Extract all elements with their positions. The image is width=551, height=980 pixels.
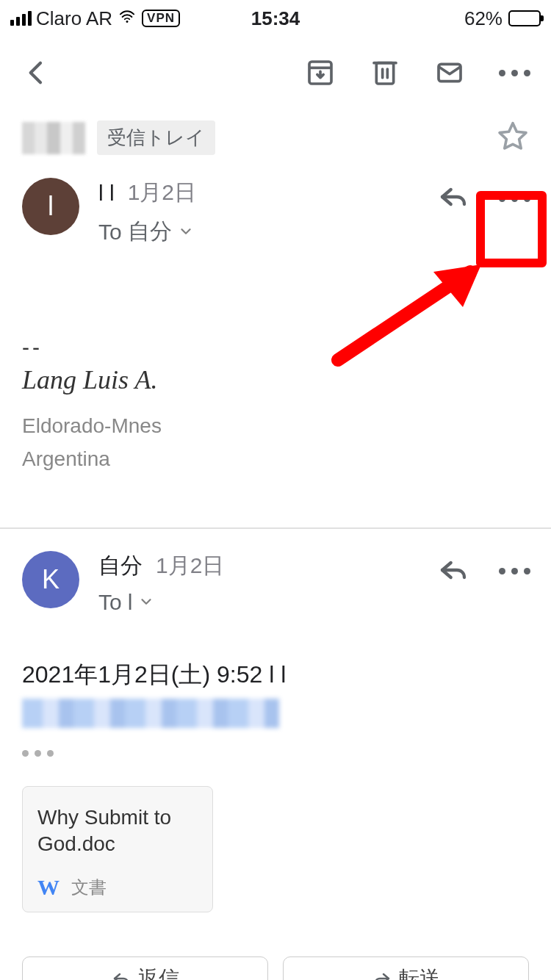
attachment-filename: Why Submit to God.doc: [37, 804, 198, 858]
cellular-signal-icon: [10, 11, 32, 26]
chevron-down-icon: [138, 590, 154, 615]
message-date: 1月2日: [156, 551, 224, 581]
recipient-toggle[interactable]: To l: [98, 590, 417, 615]
battery-icon: [505, 10, 541, 26]
delete-button[interactable]: [370, 58, 400, 87]
status-left: Claro AR VPN: [10, 7, 180, 30]
signature-name: Lang Luis A.: [22, 364, 529, 395]
sender-name[interactable]: l l: [98, 181, 115, 206]
vpn-badge: VPN: [142, 10, 180, 27]
subject-redacted: [22, 122, 85, 154]
carrier-label: Claro AR: [36, 7, 112, 30]
message-1-header: l l l 1月2日 To 自分: [0, 156, 551, 247]
sender-name[interactable]: 自分: [98, 551, 143, 581]
toolbar: [0, 32, 551, 113]
chevron-down-icon: [178, 220, 194, 245]
word-doc-icon: W: [37, 875, 60, 900]
quoted-email-redacted: [22, 699, 279, 728]
to-value: 自分: [128, 217, 172, 247]
attachment-type-label: 文書: [71, 876, 107, 899]
sender-avatar[interactable]: K: [22, 551, 79, 608]
message-date: 1月2日: [128, 178, 196, 208]
expand-quoted-button[interactable]: [22, 750, 529, 757]
inbox-label-chip[interactable]: 受信トレイ: [97, 120, 215, 155]
subject-row: 受信トレイ: [0, 113, 551, 156]
status-time: 15:34: [251, 7, 300, 30]
battery-percent: 62%: [464, 7, 503, 30]
attachment-card[interactable]: Why Submit to God.doc W 文書: [22, 786, 213, 913]
svg-point-0: [126, 20, 129, 22]
recipient-toggle[interactable]: To 自分: [98, 217, 417, 247]
forward-action-button[interactable]: 転送: [283, 956, 529, 980]
mark-unread-button[interactable]: [435, 58, 464, 87]
back-button[interactable]: [22, 58, 51, 87]
quoted-header-line: 2021年1月2日(土) 9:52 l l: [0, 659, 551, 691]
status-bar: Claro AR VPN 15:34 62%: [0, 0, 551, 32]
wifi-icon: [117, 7, 137, 30]
status-right: 62%: [464, 7, 541, 30]
bottom-actions: 返信 転送: [0, 912, 551, 980]
message-2-header: K 自分 1月2日 To l: [0, 529, 551, 615]
sender-avatar[interactable]: l: [22, 178, 79, 235]
message-more-button[interactable]: [500, 557, 529, 586]
annotation-highlight-box: [476, 191, 547, 267]
archive-button[interactable]: [306, 58, 335, 87]
to-value: l: [128, 590, 133, 615]
message-1-body: -- Lang Luis A. Eldorado-Mnes Argentina: [0, 247, 551, 498]
reply-button[interactable]: [436, 555, 470, 588]
more-button[interactable]: [500, 58, 529, 87]
reply-action-button[interactable]: 返信: [22, 956, 268, 980]
reply-button[interactable]: [436, 182, 470, 215]
to-prefix: To: [98, 220, 122, 245]
to-prefix: To: [98, 590, 122, 615]
star-button[interactable]: [497, 120, 529, 156]
signature-separator: --: [22, 335, 529, 360]
signature-location: Eldorado-Mnes Argentina: [22, 410, 529, 476]
svg-rect-2: [376, 63, 393, 84]
